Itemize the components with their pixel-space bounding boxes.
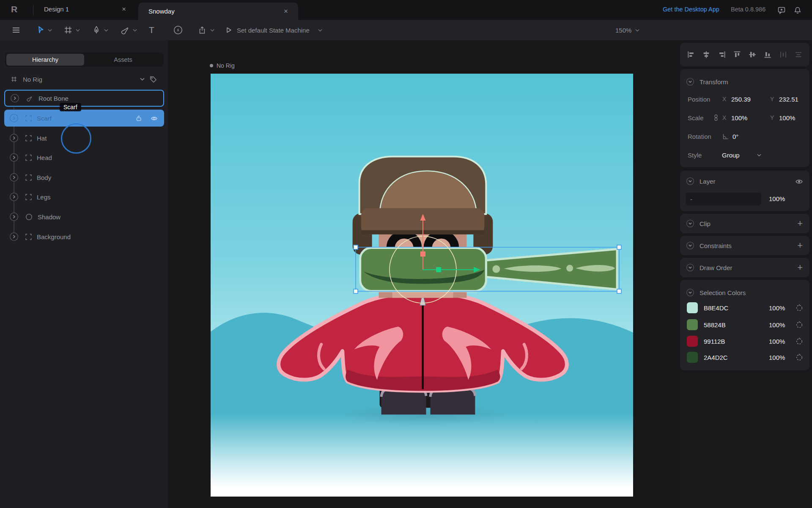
events-lightning-icon[interactable] [173,20,184,40]
artboard-tool-chevron-icon[interactable] [76,20,80,40]
expand-chevron-icon[interactable] [9,173,19,182]
section-chevron-icon[interactable] [686,241,694,250]
color-hex[interactable]: 99112B [704,338,725,345]
blend-mode-field[interactable]: - [686,193,761,205]
tab-hierarchy[interactable]: Hierarchy [6,54,84,66]
sidebar-item-background[interactable]: Background [4,228,164,245]
style-dropdown[interactable]: Group [722,152,740,159]
color-swatch[interactable] [687,336,698,347]
section-chevron-icon[interactable] [686,177,694,185]
tab-assets[interactable]: Assets [84,54,162,66]
sidebar-item-body[interactable]: Body [4,169,164,186]
layer-name: Shadow [38,213,60,221]
zoom-chevron-icon[interactable] [635,20,639,40]
expand-chevron-icon[interactable] [9,212,19,221]
expand-chevron-icon[interactable] [9,113,19,123]
unlock-icon[interactable] [135,114,143,122]
color-swatch[interactable] [687,352,698,363]
align-right-icon[interactable] [714,50,730,59]
layer-visibility-eye-icon[interactable] [795,177,804,186]
select-color-target-icon[interactable] [795,304,804,312]
position-x-field[interactable]: 250.39 [731,96,751,103]
scale-y-field[interactable]: 100% [779,114,795,121]
sidebar-item-root-bone[interactable]: Root Bone [4,90,164,107]
section-chevron-icon[interactable] [686,77,694,86]
rotation-field[interactable]: 0° [732,133,738,140]
expand-chevron-icon[interactable] [10,94,19,103]
select-color-target-icon[interactable] [795,320,804,329]
color-hex[interactable]: B8E4DC [704,304,728,312]
blend-mode-value: - [690,196,692,203]
close-icon[interactable]: × [122,5,126,14]
color-opacity[interactable]: 100% [769,354,785,361]
close-icon[interactable]: × [284,7,288,16]
state-machine-chevron-icon[interactable] [318,20,322,40]
add-draw-order-button[interactable]: + [797,262,803,273]
play-state-machine-icon[interactable] [223,20,233,40]
feedback-icon[interactable] [776,6,787,16]
pen-tool-chevron-icon[interactable] [104,20,108,40]
color-opacity[interactable]: 100% [769,338,785,345]
rig-selector-row[interactable]: No Rig [5,72,163,86]
sidebar-item-shadow[interactable]: Shadow [4,208,164,225]
tab-snowday[interactable]: Snowday × [138,3,298,20]
color-hex[interactable]: 58824B [704,321,726,329]
select-tool[interactable] [36,20,46,40]
layer-name: Scarf [37,115,52,122]
align-vertical-center-icon[interactable] [745,50,760,59]
layer-opacity-field[interactable]: 100% [769,195,785,202]
ellipse-icon [25,213,33,221]
pen-tool[interactable] [91,20,102,40]
tab-bar: R Design 1 × Snowday × Get the Desktop A… [0,0,812,20]
zoom-level[interactable]: 150% [615,20,631,40]
align-bottom-icon[interactable] [760,50,775,59]
export-chevron-icon[interactable] [210,20,214,40]
style-chevron-icon[interactable] [757,154,761,157]
tag-icon[interactable] [149,75,157,83]
state-machine-label[interactable]: Set default State Machine [237,20,310,40]
bone-tool-chevron-icon[interactable] [133,20,137,40]
select-color-target-icon[interactable] [795,337,804,345]
color-opacity[interactable]: 100% [769,321,785,329]
expand-chevron-icon[interactable] [9,153,19,162]
align-top-icon[interactable] [730,50,745,59]
align-horizontal-center-icon[interactable] [699,50,714,59]
color-hex[interactable]: 2A4D2C [704,354,728,361]
artboard-tool[interactable] [63,20,73,40]
layer-name: Body [37,174,51,181]
select-tool-chevron-icon[interactable] [48,20,52,40]
section-chevron-icon[interactable] [686,263,694,272]
get-desktop-app-link[interactable]: Get the Desktop App [663,6,719,13]
link-scale-icon[interactable] [712,114,720,121]
artboard[interactable] [211,74,633,497]
color-swatch[interactable] [687,319,698,330]
sidebar-item-head[interactable]: Head [4,149,164,166]
section-chevron-icon[interactable] [686,288,694,297]
bone-tool[interactable] [120,20,130,40]
scale-x-field[interactable]: 100% [731,114,747,121]
snowday-illustration [211,74,633,497]
export-share-icon[interactable] [197,20,207,40]
visibility-eye-icon[interactable] [150,114,158,122]
sidebar-item-scarf[interactable]: Scarf [4,110,164,127]
notifications-bell-icon[interactable] [793,6,803,16]
artboard-label[interactable]: No Rig [210,62,235,69]
rive-logo[interactable]: R [11,4,17,14]
section-chevron-icon[interactable] [686,219,694,228]
color-swatch[interactable] [687,302,698,313]
expand-chevron-icon[interactable] [9,232,19,241]
select-color-target-icon[interactable] [795,353,804,362]
sidebar-item-legs[interactable]: Legs [4,188,164,205]
position-y-field[interactable]: 232.51 [779,96,798,103]
rig-chevron-down-icon[interactable] [140,77,145,81]
menu-hamburger-icon[interactable] [12,20,20,40]
expand-chevron-icon[interactable] [9,192,19,202]
tab-design-1[interactable]: Design 1 [44,6,69,13]
text-tool[interactable]: T [149,20,154,40]
add-clip-button[interactable]: + [797,218,803,229]
color-opacity[interactable]: 100% [769,304,785,312]
expand-chevron-icon[interactable] [9,133,19,143]
stage-canvas[interactable]: No Rig [168,40,678,508]
add-constraint-button[interactable]: + [797,240,803,251]
align-left-icon[interactable] [683,50,699,59]
